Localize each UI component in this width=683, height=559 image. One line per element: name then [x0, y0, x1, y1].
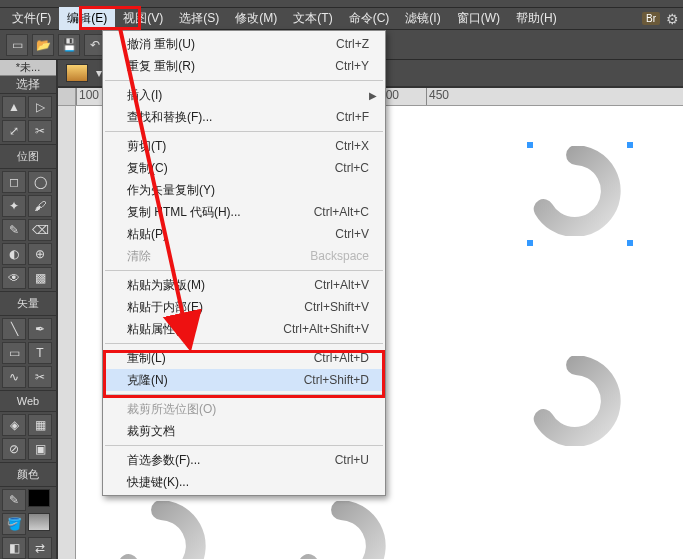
subselect-tool[interactable]: ▷	[28, 96, 52, 118]
gear-icon[interactable]: ⚙	[666, 11, 679, 27]
menu-paste-as-mask[interactable]: 粘贴为蒙版(M)Ctrl+Alt+V	[103, 274, 385, 296]
pencil-tool[interactable]: ✎	[2, 219, 26, 241]
brush-tool[interactable]: 🖌	[28, 195, 52, 217]
shape-arc[interactable]	[296, 501, 386, 559]
opt-swatch[interactable]	[66, 64, 88, 82]
menu-clear: 清除Backspace	[103, 245, 385, 267]
show-tool[interactable]: ▣	[28, 438, 52, 460]
menu-paste[interactable]: 粘贴(P)Ctrl+V	[103, 223, 385, 245]
bitmap-label: 位图	[0, 145, 56, 169]
stamp-tool[interactable]: ⊕	[28, 243, 52, 265]
menu-find-replace[interactable]: 查找和替换(F)...Ctrl+F	[103, 106, 385, 128]
hotspot-tool[interactable]: ◈	[2, 414, 26, 436]
tool-save[interactable]: 💾	[58, 34, 80, 56]
redeye-tool[interactable]: 👁	[2, 267, 26, 289]
menu-window[interactable]: 窗口(W)	[449, 7, 508, 30]
separator	[105, 80, 383, 81]
separator	[105, 131, 383, 132]
menu-copy[interactable]: 复制(C)Ctrl+C	[103, 157, 385, 179]
stroke-swatch[interactable]: ✎	[2, 489, 26, 511]
selection-handle[interactable]	[627, 142, 633, 148]
separator	[105, 445, 383, 446]
menu-select[interactable]: 选择(S)	[171, 7, 227, 30]
menu-modify[interactable]: 修改(M)	[227, 7, 285, 30]
pen-tool[interactable]: ✒	[28, 318, 52, 340]
menu-undo[interactable]: 撤消 重制(U)Ctrl+Z	[103, 33, 385, 55]
menu-crop-document[interactable]: 裁剪文档	[103, 420, 385, 442]
ruler-vertical[interactable]	[58, 106, 76, 559]
menu-crop-selected-bitmap: 裁剪所选位图(O)	[103, 398, 385, 420]
selection-handle[interactable]	[527, 142, 533, 148]
menu-help[interactable]: 帮助(H)	[508, 7, 565, 30]
selection-handle[interactable]	[527, 240, 533, 246]
edit-dropdown: 撤消 重制(U)Ctrl+Z 重复 重制(R)Ctrl+Y 插入(I)▶ 查找和…	[102, 30, 386, 496]
text-tool[interactable]: T	[28, 342, 52, 364]
menu-copy-html[interactable]: 复制 HTML 代码(H)...Ctrl+Alt+C	[103, 201, 385, 223]
menu-shortcuts[interactable]: 快捷键(K)...	[103, 471, 385, 493]
tool-open[interactable]: 📂	[32, 34, 54, 56]
toolbox-panel: *未... 选择 ▲ ▷ ⤢ ✂ 位图 ◻ ◯ ✦ 🖌 ✎ ⌫ ◐ ⊕ 👁 ▩ …	[0, 60, 58, 559]
select-section-label: 选择	[0, 76, 56, 94]
separator	[105, 343, 383, 344]
selection-handle[interactable]	[627, 240, 633, 246]
menu-duplicate[interactable]: 重制(L)Ctrl+Alt+D	[103, 347, 385, 369]
vector-tools: ╲ ✒ ▭ T ∿ ✂	[0, 316, 56, 391]
web-tools: ◈ ▦ ⊘ ▣	[0, 412, 56, 463]
menu-cut[interactable]: 剪切(T)Ctrl+X	[103, 135, 385, 157]
menu-file[interactable]: 文件(F)	[4, 7, 59, 30]
menu-clone[interactable]: 克隆(N)Ctrl+Shift+D	[103, 369, 385, 391]
web-label: Web	[0, 391, 56, 412]
freeform-tool[interactable]: ∿	[2, 366, 26, 388]
menu-insert[interactable]: 插入(I)▶	[103, 84, 385, 106]
menu-redo[interactable]: 重复 重制(R)Ctrl+Y	[103, 55, 385, 77]
fill-color[interactable]	[28, 513, 50, 531]
wand-tool[interactable]: ✦	[2, 195, 26, 217]
menu-filters[interactable]: 滤镜(I)	[397, 7, 448, 30]
separator	[105, 394, 383, 395]
blur-tool[interactable]: ◐	[2, 243, 26, 265]
fill-tool[interactable]: ▩	[28, 267, 52, 289]
shape-arc[interactable]	[531, 356, 621, 446]
eraser-tool[interactable]: ⌫	[28, 219, 52, 241]
shape-arc[interactable]	[531, 146, 621, 236]
knife-tool[interactable]: ✂	[28, 366, 52, 388]
tool-new[interactable]: ▭	[6, 34, 28, 56]
stroke-color[interactable]	[28, 489, 50, 507]
swap-colors[interactable]: ⇄	[28, 537, 52, 559]
menu-copy-as-vector[interactable]: 作为矢量复制(Y)	[103, 179, 385, 201]
menu-paste-attributes[interactable]: 粘贴属性(A)Ctrl+Alt+Shift+V	[103, 318, 385, 340]
pointer-tool[interactable]: ▲	[2, 96, 26, 118]
menu-commands[interactable]: 命令(C)	[341, 7, 398, 30]
separator	[105, 270, 383, 271]
menu-view[interactable]: 视图(V)	[115, 7, 171, 30]
bridge-badge[interactable]: Br	[642, 12, 660, 25]
ruler-origin[interactable]	[58, 88, 76, 106]
crop-tool[interactable]: ✂	[28, 120, 52, 142]
menu-text[interactable]: 文本(T)	[285, 7, 340, 30]
menu-edit[interactable]: 编辑(E)	[59, 7, 115, 30]
menu-preferences[interactable]: 首选参数(F)...Ctrl+U	[103, 449, 385, 471]
fill-swatch[interactable]: 🪣	[2, 513, 26, 535]
hide-tool[interactable]: ⊘	[2, 438, 26, 460]
color-tools: ✎ 🪣 ◧ ⇄	[0, 487, 56, 559]
line-tool[interactable]: ╲	[2, 318, 26, 340]
lasso-tool[interactable]: ◯	[28, 171, 52, 193]
default-colors[interactable]: ◧	[2, 537, 26, 559]
vector-label: 矢量	[0, 292, 56, 316]
select-tools: ▲ ▷ ⤢ ✂	[0, 94, 56, 145]
marquee-tool[interactable]: ◻	[2, 171, 26, 193]
rect-tool[interactable]: ▭	[2, 342, 26, 364]
bitmap-tools: ◻ ◯ ✦ 🖌 ✎ ⌫ ◐ ⊕ 👁 ▩	[0, 169, 56, 292]
submenu-arrow-icon: ▶	[369, 90, 377, 101]
doc-tab[interactable]: *未...	[0, 60, 56, 76]
slice-tool[interactable]: ▦	[28, 414, 52, 436]
color-label: 颜色	[0, 463, 56, 487]
scale-tool[interactable]: ⤢	[2, 120, 26, 142]
menu-paste-inside[interactable]: 粘贴于内部(E)Ctrl+Shift+V	[103, 296, 385, 318]
menu-bar: 文件(F) 编辑(E) 视图(V) 选择(S) 修改(M) 文本(T) 命令(C…	[0, 8, 683, 30]
shape-arc[interactable]	[116, 501, 206, 559]
